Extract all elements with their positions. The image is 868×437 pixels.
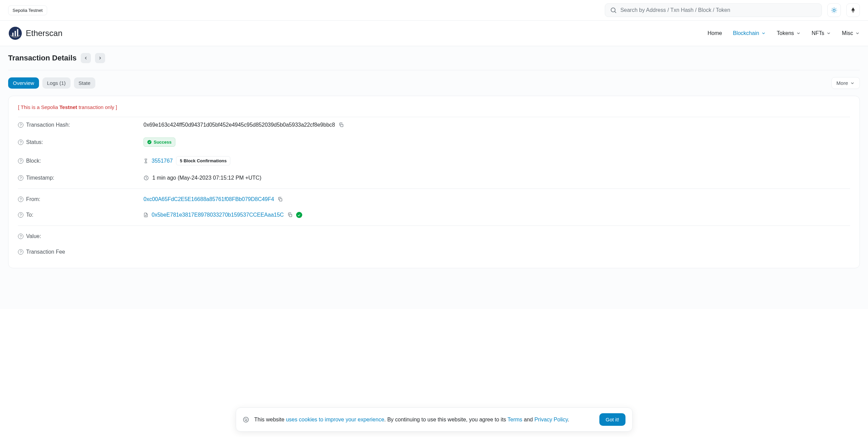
- label-from: From:: [26, 196, 40, 202]
- row-to: ? To: 0x5beE781e3817E8978033270b159537CC…: [18, 207, 850, 223]
- svg-line-10: [836, 8, 836, 8]
- logo[interactable]: Etherscan: [8, 26, 62, 40]
- label-block: Block:: [26, 158, 41, 164]
- search-input[interactable]: [620, 7, 817, 13]
- help-icon[interactable]: ?: [18, 197, 23, 202]
- chevron-down-icon: [796, 31, 801, 36]
- label-status: Status:: [26, 139, 43, 145]
- svg-line-5: [832, 8, 832, 8]
- transaction-card: [ This is a Sepolia Testnet transaction …: [8, 96, 860, 268]
- copy-icon[interactable]: [339, 122, 344, 128]
- copy-icon[interactable]: [277, 197, 283, 202]
- value-from[interactable]: 0xc00A65FdC2E5E16688a85761f08FBb079D8C49…: [143, 196, 274, 202]
- help-icon[interactable]: ?: [18, 249, 23, 255]
- tab-overview[interactable]: Overview: [8, 77, 39, 89]
- chevron-down-icon: [855, 31, 860, 36]
- contract-icon: [143, 212, 148, 218]
- nav-blockchain[interactable]: Blockchain: [733, 30, 766, 36]
- tabs-row: Overview Logs (1) State More: [8, 77, 860, 89]
- verified-icon: [296, 212, 302, 218]
- value-txn-hash: 0x69e163c424ff50d94371d05bf452e4945c95d8…: [143, 122, 335, 128]
- row-block: ? Block: 3551767 5 Block Confirmations: [18, 151, 850, 170]
- label-timestamp: Timestamp:: [26, 175, 54, 181]
- help-icon[interactable]: ?: [18, 140, 23, 145]
- svg-rect-21: [289, 214, 292, 217]
- tabs: Overview Logs (1) State: [8, 77, 95, 89]
- tab-state[interactable]: State: [74, 77, 95, 89]
- label-to: To:: [26, 212, 33, 218]
- chevron-down-icon: [761, 31, 766, 36]
- help-icon[interactable]: ?: [18, 212, 23, 218]
- nav-links: Home Blockchain Tokens NFTs Misc: [708, 30, 860, 36]
- tab-logs[interactable]: Logs (1): [42, 77, 71, 89]
- copy-icon[interactable]: [287, 212, 293, 218]
- svg-point-2: [833, 9, 835, 12]
- next-txn-button[interactable]: [95, 53, 105, 63]
- chevron-right-icon: [98, 56, 102, 60]
- nav-nfts[interactable]: NFTs: [812, 30, 831, 36]
- svg-rect-12: [12, 33, 14, 36]
- help-icon[interactable]: ?: [18, 158, 23, 164]
- hourglass-icon: [143, 159, 148, 163]
- svg-line-9: [832, 12, 832, 12]
- page-header: Transaction Details: [8, 53, 860, 70]
- svg-point-0: [611, 8, 615, 12]
- row-timestamp: ? Timestamp: 1 min ago (May-24-2023 07:1…: [18, 170, 850, 186]
- prev-txn-button[interactable]: [81, 53, 91, 63]
- row-txn-hash: ? Transaction Hash: 0x69e163c424ff50d943…: [18, 117, 850, 133]
- label-txn-hash: Transaction Hash:: [26, 122, 70, 128]
- help-icon[interactable]: ?: [18, 234, 23, 239]
- help-icon[interactable]: ?: [18, 122, 23, 128]
- value-to[interactable]: 0x5beE781e3817E8978033270b159537CCEEAaa1…: [152, 212, 284, 218]
- svg-rect-18: [279, 199, 282, 201]
- top-bar: Sepolia Testnet: [0, 0, 868, 21]
- label-fee: Transaction Fee: [26, 249, 65, 255]
- network-select-button[interactable]: [846, 3, 860, 17]
- svg-line-6: [836, 12, 836, 12]
- logo-icon: [8, 26, 22, 40]
- main-nav: Etherscan Home Blockchain Tokens NFTs Mi…: [0, 21, 868, 46]
- row-fee: ? Transaction Fee: [18, 244, 850, 260]
- logo-text: Etherscan: [26, 29, 62, 38]
- nav-tokens[interactable]: Tokens: [777, 30, 801, 36]
- check-circle-icon: [147, 140, 152, 144]
- chevron-down-icon: [826, 31, 831, 36]
- value-timestamp: 1 min ago (May-24-2023 07:15:12 PM +UTC): [152, 175, 261, 181]
- network-badge[interactable]: Sepolia Testnet: [8, 5, 47, 15]
- content: Transaction Details Overview Logs (1) St…: [0, 46, 868, 309]
- chevron-left-icon: [83, 56, 88, 60]
- page-title: Transaction Details: [8, 54, 77, 62]
- svg-rect-14: [17, 29, 18, 36]
- confirmations-badge: 5 Block Confirmations: [176, 156, 230, 165]
- row-status: ? Status: Success: [18, 133, 850, 151]
- chevron-down-icon: [850, 81, 855, 86]
- nav-home[interactable]: Home: [708, 30, 722, 36]
- search-icon: [610, 6, 617, 14]
- more-button[interactable]: More: [831, 77, 860, 89]
- label-value: Value:: [26, 233, 41, 239]
- row-value: ? Value:: [18, 229, 850, 244]
- testnet-warning: [ This is a Sepolia Testnet transaction …: [18, 104, 850, 117]
- svg-line-1: [615, 12, 616, 13]
- status-badge: Success: [143, 138, 175, 147]
- help-icon[interactable]: ?: [18, 175, 23, 181]
- row-from: ? From: 0xc00A65FdC2E5E16688a85761f08FBb…: [18, 192, 850, 207]
- svg-rect-13: [15, 31, 16, 36]
- svg-rect-15: [341, 124, 343, 127]
- search-container[interactable]: [605, 3, 822, 17]
- nav-misc[interactable]: Misc: [842, 30, 860, 36]
- value-block[interactable]: 3551767: [152, 158, 173, 164]
- ethereum-icon: [850, 7, 856, 14]
- clock-icon: [143, 175, 149, 181]
- theme-toggle-button[interactable]: [827, 3, 841, 17]
- sun-icon: [831, 7, 837, 14]
